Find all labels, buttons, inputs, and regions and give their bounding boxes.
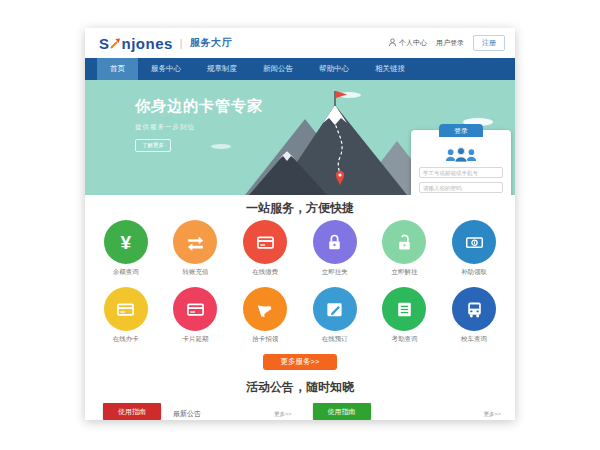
service-item-3[interactable]: 立即挂失: [303, 220, 367, 277]
announcement-panels: 使用指南最新公告更多>>使用指南更多>>: [85, 406, 515, 420]
nav-item-2[interactable]: 规章制度: [194, 58, 250, 80]
service-label: 立即挂失: [303, 268, 367, 277]
user-login-label: 用户登录: [436, 38, 464, 48]
list-icon: [382, 287, 426, 331]
logo-text-suffix: njones: [122, 35, 173, 52]
panel-more-link[interactable]: 更多>>: [484, 411, 501, 418]
announcements-section-title: 活动公告，随时知晓: [85, 379, 515, 396]
panel-more-link[interactable]: 更多>>: [274, 411, 291, 418]
bus-icon: [452, 287, 496, 331]
nav-item-0[interactable]: 首页: [97, 58, 138, 80]
header-links: 个人中心 用户登录 注册: [388, 35, 505, 51]
service-item-8[interactable]: 拾卡招领: [233, 287, 297, 344]
service-label: 在线办卡: [94, 335, 158, 344]
logo[interactable]: S njones | 服务大厅: [99, 35, 232, 52]
transfer-icon: [173, 220, 217, 264]
password-input[interactable]: [419, 182, 503, 193]
register-button[interactable]: 注册: [473, 35, 505, 51]
nav-item-1[interactable]: 服务中心: [138, 58, 194, 80]
page: S njones | 服务大厅 个人中心 用户登录 注册 首页服务中心规章制度新…: [85, 28, 515, 420]
card-icon: [243, 220, 287, 264]
service-item-0[interactable]: ¥余额查询: [94, 220, 158, 277]
login-panel: 登录 记住用户名 | 忘记密码 cvjp 换一张 登录: [411, 130, 511, 195]
lock-icon: [313, 220, 357, 264]
unlock-icon: [382, 220, 426, 264]
banner-subtitle: 提供服务一步到位: [135, 123, 263, 132]
services-section-title: 一站服务，方便快捷: [85, 200, 515, 217]
announcement-panel-1: 使用指南更多>>: [305, 406, 506, 420]
users-icon: [444, 146, 478, 163]
more-services-button[interactable]: 更多服务>>: [263, 354, 337, 370]
username-input[interactable]: [419, 167, 503, 178]
banner-text: 你身边的卡管专家 提供服务一步到位 了解更多: [135, 97, 263, 152]
banner-title: 你身边的卡管专家: [135, 97, 263, 116]
hero-banner: 你身边的卡管专家 提供服务一步到位 了解更多 登录 记住用户名 | 忘记密码: [85, 80, 515, 195]
service-row-1: ¥余额查询转账充值在线缴费立即挂失立即解挂补助领取: [85, 220, 515, 277]
megaphone-icon: [243, 287, 287, 331]
announcement-panel-0: 使用指南最新公告更多>>: [95, 406, 296, 420]
service-item-1[interactable]: 转账充值: [163, 220, 227, 277]
logo-text-prefix: S: [99, 35, 110, 52]
service-item-7[interactable]: 卡片延期: [163, 287, 227, 344]
logo-divider: |: [180, 38, 183, 49]
service-label: 校车查询: [442, 335, 506, 344]
service-item-10[interactable]: 考勤查询: [372, 287, 436, 344]
user-login-link[interactable]: 用户登录: [436, 38, 464, 48]
service-label: 在线预订: [303, 335, 367, 344]
nav-item-3[interactable]: 新闻公告: [250, 58, 306, 80]
service-item-4[interactable]: 立即解挂: [372, 220, 436, 277]
service-label: 卡片延期: [163, 335, 227, 344]
edit-icon: [313, 287, 357, 331]
service-label: 拾卡招领: [233, 335, 297, 344]
mountain-illustration-icon: [235, 83, 435, 195]
person-icon: [388, 38, 397, 48]
personal-center-label: 个人中心: [399, 38, 427, 48]
yen-icon: ¥: [104, 220, 148, 264]
service-label: 在线缴费: [233, 268, 297, 277]
panel-tab-bar: 使用指南最新公告更多>>: [95, 406, 296, 420]
login-tab[interactable]: 登录: [439, 124, 483, 137]
service-label: 补助领取: [442, 268, 506, 277]
personal-center-link[interactable]: 个人中心: [388, 38, 427, 48]
service-label: 立即解挂: [372, 268, 436, 277]
panel-ribbon-tab[interactable]: 使用指南: [313, 403, 371, 420]
nav-bar: 首页服务中心规章制度新闻公告帮助中心相关链接: [85, 58, 515, 80]
service-label: 考勤查询: [372, 335, 436, 344]
panel-tab-bar: 使用指南更多>>: [305, 406, 506, 420]
panel-ribbon-tab[interactable]: 使用指南: [103, 403, 161, 420]
service-row-2: 在线办卡卡片延期拾卡招领在线预订考勤查询校车查询: [85, 287, 515, 344]
service-item-5[interactable]: 补助领取: [442, 220, 506, 277]
service-label: 转账充值: [163, 268, 227, 277]
card-icon: [104, 287, 148, 331]
service-item-11[interactable]: 校车查询: [442, 287, 506, 344]
card-icon: [173, 287, 217, 331]
banknote-icon: [452, 220, 496, 264]
service-item-2[interactable]: 在线缴费: [233, 220, 297, 277]
nav-item-4[interactable]: 帮助中心: [306, 58, 362, 80]
top-header: S njones | 服务大厅 个人中心 用户登录 注册: [85, 28, 515, 58]
panel-secondary-tab[interactable]: 最新公告: [173, 409, 201, 419]
service-item-6[interactable]: 在线办卡: [94, 287, 158, 344]
service-item-9[interactable]: 在线预订: [303, 287, 367, 344]
logo-arrow-icon: [110, 35, 121, 52]
service-label: 余额查询: [94, 268, 158, 277]
banner-cta-button[interactable]: 了解更多: [135, 139, 171, 152]
nav-item-5[interactable]: 相关链接: [362, 58, 418, 80]
site-name: 服务大厅: [190, 36, 232, 50]
